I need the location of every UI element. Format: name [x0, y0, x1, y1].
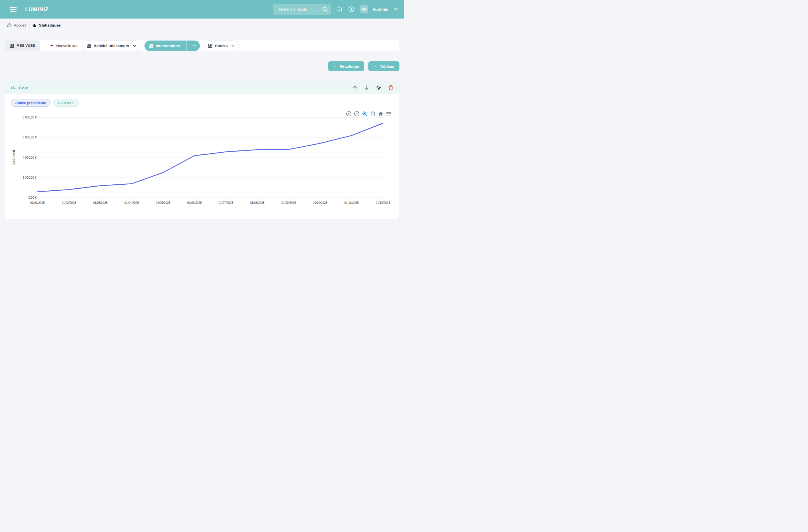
- top-bar: LUMINIZ ? AR Aurélien: [0, 0, 404, 19]
- view-tab-activite-utilisateurs[interactable]: Activité utilisateurs: [82, 40, 141, 51]
- y-tick-label: 6 000,00 €: [4, 136, 37, 139]
- x-tick-label: 01/04/2025: [119, 201, 145, 204]
- views-bar: MES VUES + Nouvelle vue Activité utilisa…: [4, 40, 400, 51]
- plus-icon: +: [333, 63, 336, 69]
- brand-logo: LUMINIZ: [25, 6, 49, 13]
- chevron-down-icon: [231, 44, 235, 48]
- cost-widget-card: Cout: [4, 81, 400, 219]
- chevron-down-icon: [193, 44, 196, 47]
- search-icon[interactable]: [322, 6, 328, 12]
- x-tick-label: 01/07/2025: [213, 201, 239, 204]
- add-table-button[interactable]: + Tableau: [368, 61, 400, 71]
- chevron-down-icon: [133, 44, 136, 48]
- views-grid-icon: [10, 44, 14, 48]
- my-views-tab[interactable]: MES VUES: [4, 40, 40, 51]
- home-icon: [7, 23, 12, 27]
- view-tab-interventions-menu[interactable]: [189, 41, 200, 51]
- widget-title: Cout: [11, 86, 29, 90]
- move-down-icon[interactable]: [364, 85, 369, 90]
- line-chart[interactable]: Coût total 0,00 €2 000,00 €4 000,00 €6 0…: [4, 115, 400, 213]
- x-tick-label: 01/02/2025: [56, 201, 82, 204]
- y-tick-label: 8 000,00 €: [4, 116, 37, 119]
- views-grid-icon: [87, 44, 91, 48]
- filter-chip-cout-total[interactable]: Coût total: [53, 99, 79, 107]
- svg-text:?: ?: [350, 8, 352, 11]
- menu-icon[interactable]: [10, 7, 17, 12]
- plus-icon: +: [50, 43, 53, 48]
- statistics-page: LUMINIZ ? AR Aurélien Accueil: [0, 0, 404, 266]
- y-tick-label: 2 000,00 €: [4, 176, 37, 179]
- actions-row: + Graphique + Tableau: [328, 61, 400, 71]
- x-tick-label: 01/09/2025: [276, 201, 301, 204]
- breadcrumb-current: Statistiques: [32, 23, 61, 27]
- bar-chart-icon: [11, 86, 15, 90]
- breadcrumb-separator: /: [29, 23, 30, 27]
- trash-icon[interactable]: [388, 85, 393, 91]
- gear-icon[interactable]: [376, 85, 382, 91]
- chart-canvas[interactable]: [4, 115, 400, 213]
- x-tick-label: 01/12/2025: [370, 201, 396, 204]
- view-tab-interventions[interactable]: Interventions: [145, 40, 200, 51]
- avatar[interactable]: AR: [360, 5, 368, 14]
- breadcrumb-home[interactable]: Accueil: [7, 23, 26, 27]
- x-tick-label: 01/05/2025: [150, 201, 176, 204]
- new-view-button[interactable]: + Nouvelle vue: [50, 43, 78, 48]
- bell-icon[interactable]: [337, 6, 343, 13]
- plus-icon: +: [373, 63, 377, 69]
- x-tick-label: 01/10/2025: [307, 201, 333, 204]
- y-tick-label: 4 000,00 €: [4, 156, 37, 159]
- user-name[interactable]: Aurélien: [372, 7, 388, 12]
- views-grid-icon: [149, 44, 153, 48]
- views-grid-icon: [208, 44, 213, 48]
- add-chart-button[interactable]: + Graphique: [328, 61, 364, 71]
- filter-chip-annee-precedente[interactable]: Année précédente: [11, 99, 51, 107]
- widget-header: Cout: [4, 81, 400, 94]
- chart-filters: Année précédente Coût total: [11, 99, 400, 107]
- bar-chart-icon: [32, 23, 37, 27]
- quick-search[interactable]: [273, 4, 331, 15]
- search-input[interactable]: [277, 7, 322, 12]
- chevron-down-icon[interactable]: [394, 8, 398, 11]
- move-up-icon[interactable]: [353, 85, 357, 90]
- x-tick-label: 01/11/2025: [338, 201, 364, 204]
- help-icon[interactable]: ?: [348, 6, 354, 12]
- x-tick-label: 01/08/2025: [244, 201, 270, 204]
- x-tick-label: 01/03/2025: [87, 201, 113, 204]
- breadcrumb: Accueil / Statistiques: [7, 23, 61, 27]
- y-tick-label: 0,00 €: [4, 196, 37, 199]
- divider: [186, 41, 187, 51]
- x-tick-label: 01/06/2025: [182, 201, 207, 204]
- view-tab-stocks[interactable]: Stocks: [204, 40, 239, 51]
- x-tick-label: 01/01/2025: [24, 201, 50, 204]
